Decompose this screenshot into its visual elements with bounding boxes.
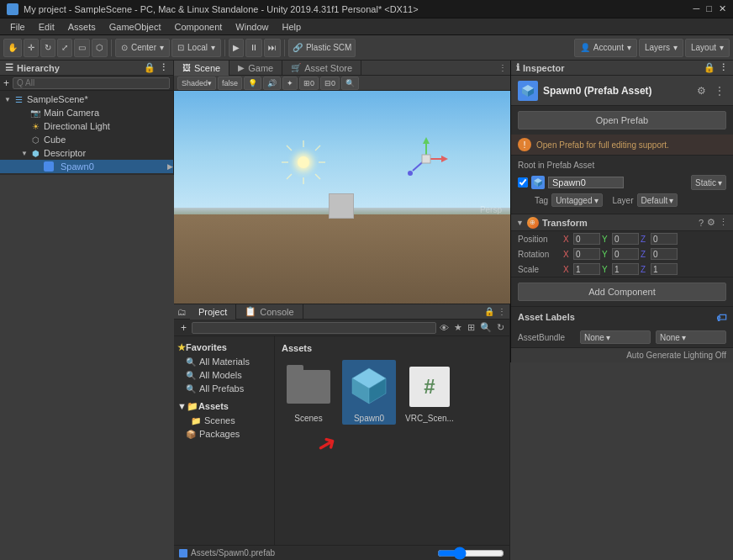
- asset-vrc-scene[interactable]: # VRC_Scen...: [403, 360, 456, 425]
- add-gameobject-btn[interactable]: +: [3, 77, 9, 89]
- transform-help-icon[interactable]: ?: [699, 218, 704, 228]
- center-dropdown[interactable]: ⊙ Center ▾: [115, 39, 170, 57]
- fx-btn[interactable]: ✦: [282, 77, 298, 90]
- tree-item-cube[interactable]: ⬡ Cube: [0, 133, 173, 146]
- tree-item-samplescene[interactable]: ▼ ☰ SampleScene*: [0, 92, 173, 106]
- spawn0-name-input[interactable]: [548, 177, 624, 188]
- project-menu-icon[interactable]: ⋮: [498, 307, 506, 316]
- spawn0-checkbox[interactable]: [518, 177, 528, 188]
- tab-asset-store[interactable]: 🛒 Asset Store: [282, 61, 361, 76]
- account-dropdown[interactable]: 👤 Account ▾: [574, 39, 637, 57]
- menu-window[interactable]: Window: [229, 22, 275, 32]
- layer-dropdown[interactable]: Default ▾: [637, 193, 678, 207]
- hand-tool[interactable]: ✋: [3, 39, 22, 57]
- rect-tool[interactable]: ▭: [74, 39, 90, 57]
- favorites-category[interactable]: ★ Favorites: [174, 340, 274, 355]
- audio-btn[interactable]: 🔊: [263, 77, 281, 90]
- zoom-slider[interactable]: [437, 547, 504, 560]
- local-dropdown[interactable]: ⊡ Local ▾: [171, 39, 221, 57]
- menu-edit[interactable]: Edit: [32, 22, 61, 32]
- asset-spawn0[interactable]: Spawn0 ➜: [342, 360, 396, 425]
- tree-item-spawn0[interactable]: Spawn0 ▶: [0, 160, 173, 173]
- app-window: My project - SampleScene - PC, Mac & Lin…: [0, 0, 733, 560]
- assets-category[interactable]: ▼ 📁 Assets: [174, 399, 274, 414]
- obj-settings-btn[interactable]: ⚙: [694, 84, 708, 98]
- plastic-label: Plastic SCM: [306, 43, 351, 52]
- custom-tool[interactable]: ⬡: [92, 39, 108, 57]
- spawn0-arrow[interactable]: ▶: [167, 162, 173, 171]
- minimize-btn[interactable]: ─: [693, 3, 700, 14]
- menu-assets[interactable]: Assets: [61, 22, 103, 32]
- project-search-input[interactable]: [192, 322, 436, 334]
- pause-button[interactable]: ⏸: [245, 39, 262, 57]
- menu-file[interactable]: File: [3, 22, 32, 32]
- tree-item-descriptor[interactable]: ▼ ⬢ Descriptor: [0, 146, 173, 160]
- menu-gameobject[interactable]: GameObject: [103, 22, 168, 32]
- asset-bundle-dropdown2[interactable]: None ▾: [656, 330, 726, 344]
- sidebar-all-models[interactable]: 🔍 All Models: [174, 368, 274, 382]
- scale-tool[interactable]: ⤢: [57, 39, 72, 57]
- project-lock-icon[interactable]: 🔒: [484, 307, 494, 316]
- move-tool[interactable]: ✛: [24, 39, 39, 57]
- add-asset-btn[interactable]: +: [177, 322, 190, 334]
- scale-y-input[interactable]: [612, 263, 639, 275]
- inspector-lock-icon[interactable]: 🔒: [704, 62, 715, 73]
- grid-view-icon[interactable]: ⊞: [466, 322, 477, 333]
- rotation-y-input[interactable]: [612, 248, 639, 260]
- tab-game[interactable]: ▶ Game: [229, 61, 282, 76]
- obj-more-btn[interactable]: ⋮: [713, 84, 726, 98]
- search-scene-btn[interactable]: 🔍: [341, 77, 359, 90]
- sidebar-all-materials[interactable]: 🔍 All Materials: [174, 355, 274, 368]
- scene-panel-menu[interactable]: ⋮: [498, 63, 507, 72]
- transform-header[interactable]: ▼ ⊕ Transform ? ⚙ ⋮: [511, 214, 733, 231]
- menu-help[interactable]: Help: [275, 22, 308, 32]
- rotation-x-input[interactable]: [573, 248, 600, 260]
- scene-more-btn[interactable]: ⊟0: [320, 77, 340, 90]
- sidebar-packages[interactable]: 📦 Packages: [174, 427, 274, 441]
- hierarchy-search-input[interactable]: [13, 77, 170, 89]
- plastic-scm-btn[interactable]: 🔗 Plastic SCM: [288, 39, 356, 57]
- tab-project[interactable]: Project: [190, 304, 236, 320]
- lighting-btn[interactable]: 💡: [244, 77, 261, 90]
- asset-bundle-dropdown1[interactable]: None ▾: [580, 330, 651, 344]
- asset-scenes[interactable]: Scenes: [282, 360, 335, 425]
- hierarchy-menu-icon[interactable]: ⋮: [159, 62, 168, 73]
- tree-item-maincamera[interactable]: 📷 Main Camera: [0, 106, 173, 119]
- static-button[interactable]: Static ▾: [691, 175, 726, 190]
- tab-scene[interactable]: 🖼 Scene: [174, 61, 229, 76]
- tree-item-dirlight[interactable]: ☀ Directional Light: [0, 119, 173, 133]
- sidebar-all-prefabs[interactable]: 🔍 All Prefabs: [174, 382, 274, 395]
- add-component-button[interactable]: Add Component: [518, 283, 726, 301]
- gizmos-btn[interactable]: ⊞0: [299, 77, 319, 90]
- scale-x-input[interactable]: [573, 263, 600, 275]
- hierarchy-lock-icon[interactable]: 🔒: [144, 62, 156, 73]
- layout-dropdown[interactable]: Layout ▾: [685, 39, 730, 57]
- shading-dropdown[interactable]: Shaded ▾: [177, 77, 216, 90]
- scene-viewport[interactable]: Persp: [174, 91, 510, 304]
- refresh-icon[interactable]: ↻: [495, 322, 506, 333]
- maximize-btn[interactable]: □: [706, 3, 712, 14]
- play-button[interactable]: ▶: [229, 39, 244, 57]
- star-filter-icon[interactable]: ★: [452, 322, 464, 333]
- search-icon[interactable]: 🔍: [478, 322, 493, 333]
- position-z-input[interactable]: [651, 233, 678, 245]
- transform-menu-icon[interactable]: ⋮: [719, 217, 728, 228]
- 2d-btn[interactable]: false: [218, 77, 242, 90]
- inspector-menu-icon[interactable]: ⋮: [719, 62, 728, 73]
- open-prefab-button[interactable]: Open Prefab: [518, 111, 726, 129]
- close-btn[interactable]: ✕: [719, 3, 726, 14]
- scale-z-input[interactable]: [651, 263, 678, 275]
- rotation-z-input[interactable]: [651, 248, 678, 260]
- layers-dropdown[interactable]: Layers ▾: [639, 39, 683, 57]
- step-button[interactable]: ⏭: [264, 39, 281, 57]
- tab-console[interactable]: 📋 Console: [236, 304, 303, 320]
- tag-dropdown[interactable]: Untagged ▾: [551, 193, 602, 207]
- menu-component[interactable]: Component: [167, 22, 229, 32]
- position-x-input[interactable]: [573, 233, 600, 245]
- transform-gear-icon[interactable]: ⚙: [707, 217, 715, 228]
- spawn0-name-field[interactable]: [548, 177, 688, 188]
- rotate-tool[interactable]: ↻: [40, 39, 55, 57]
- eye-icon[interactable]: 👁: [438, 323, 451, 333]
- position-y-input[interactable]: [612, 233, 639, 245]
- sidebar-scenes[interactable]: 📁 Scenes: [174, 414, 274, 427]
